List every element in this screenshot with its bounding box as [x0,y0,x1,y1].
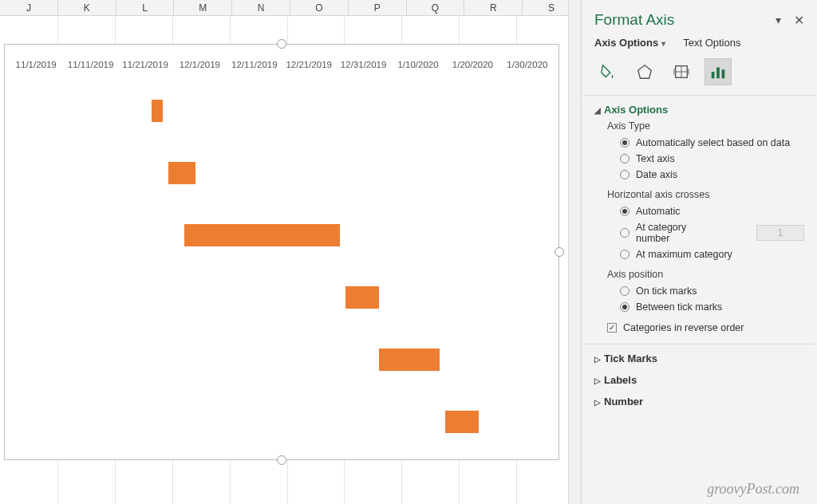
radio-icon [620,302,630,312]
fill-line-icon[interactable] [594,58,622,85]
tab-text-options[interactable]: Text Options [683,37,740,49]
section-axis-options-label: Axis Options [604,104,668,116]
gantt-bar[interactable] [379,348,440,371]
chart-date-axis: 11/1/201911/11/201911/21/201912/1/201912… [9,60,555,74]
checkbox-reverse-order-label: Categories in reverse order [623,322,744,333]
column-header[interactable]: P [349,0,407,15]
radio-icon [620,154,630,163]
gantt-bar[interactable] [152,100,163,122]
column-header[interactable]: J [0,0,58,15]
reverse-group: Categories in reverse order [582,318,817,339]
section-axis-options[interactable]: ◢Axis Options [582,96,817,117]
date-tick-label: 1/10/2020 [391,60,445,74]
radio-cross-at-category[interactable]: At category number1 [620,219,804,246]
column-header[interactable]: N [232,0,290,15]
gantt-bar[interactable] [184,224,340,246]
axis-type-label: Axis Type [582,117,817,133]
checkbox-reverse-order[interactable]: Categories in reverse order [607,320,804,336]
date-tick-label: 11/21/2019 [118,60,172,74]
resize-handle-e[interactable] [555,247,564,257]
triangle-right-icon: ▷ [594,398,602,407]
effects-icon[interactable] [631,58,658,85]
date-tick-label: 11/1/2019 [9,60,63,74]
radio-cross-at-category-label: At category number [636,222,716,244]
size-properties-icon[interactable] [668,58,695,85]
column-header[interactable]: O [290,0,349,15]
svg-marker-0 [638,65,652,79]
vertical-scrollbar[interactable] [568,0,581,504]
date-tick-label: 12/31/2019 [336,60,390,74]
gantt-bar[interactable] [168,162,196,184]
axis-options-icon[interactable] [705,58,732,85]
date-tick-label: 1/20/2020 [445,60,499,74]
format-icon-row [582,53,817,95]
svg-rect-6 [722,69,725,78]
at-category-number-input[interactable]: 1 [756,225,804,241]
date-tick-label: 11/11/2019 [63,60,117,74]
svg-rect-4 [712,72,715,78]
radio-icon [620,170,630,179]
section-tick-marks-label: Tick Marks [604,352,657,364]
radio-icon [620,207,630,216]
date-tick-label: 12/1/2019 [172,60,227,74]
pane-tabs: Axis Options▾ Text Options [582,37,817,53]
h-crosses-group: Automatic At category number1 At maximum… [582,202,817,266]
radio-cross-automatic-label: Automatic [636,206,681,217]
column-header[interactable]: R [464,0,523,15]
axis-position-label: Axis position [582,266,817,282]
section-labels[interactable]: ▷Labels [582,366,817,388]
gantt-bar[interactable] [445,411,479,433]
resize-handle-n[interactable] [277,39,286,49]
column-header[interactable]: Q [407,0,465,15]
section-number[interactable]: ▷Number [582,388,817,409]
checkbox-icon [607,323,617,333]
radio-axis-text-label: Text axis [636,153,675,164]
column-header[interactable]: L [116,0,175,15]
close-icon[interactable]: ✕ [791,13,806,28]
radio-icon [620,228,630,238]
radio-pos-between-tick[interactable]: Between tick marks [620,299,804,315]
column-headers: JKLMNOPQRS [0,0,581,16]
tab-axis-options-label: Axis Options [594,37,658,49]
radio-cross-automatic[interactable]: Automatic [620,203,804,219]
section-labels-label: Labels [604,374,637,386]
radio-axis-auto[interactable]: Automatically select based on data [620,135,804,151]
date-tick-label: 1/30/2020 [500,60,555,74]
triangle-right-icon: ▷ [594,355,602,364]
chevron-down-icon: ▾ [661,39,665,48]
spreadsheet-area: JKLMNOPQRS 11/1/201911/11/201911/21/2019… [0,0,581,504]
pane-dropdown-icon[interactable]: ▾ [771,14,785,26]
radio-axis-auto-label: Automatically select based on data [636,137,790,148]
svg-rect-5 [716,68,720,79]
resize-handle-s[interactable] [277,455,286,465]
radio-cross-at-max[interactable]: At maximum category [620,246,804,262]
section-number-label: Number [604,396,643,408]
date-tick-label: 12/21/2019 [282,60,336,74]
radio-icon [620,138,630,148]
tab-axis-options[interactable]: Axis Options▾ [594,37,665,49]
section-tick-marks[interactable]: ▷Tick Marks [582,345,817,366]
column-header[interactable]: M [174,0,232,15]
format-axis-pane: Format Axis ▾ ✕ Axis Options▾ Text Optio… [581,0,817,504]
h-crosses-label: Horizontal axis crosses [582,186,817,202]
radio-axis-date[interactable]: Date axis [620,167,804,183]
column-header[interactable]: K [58,0,116,15]
axis-type-group: Automatically select based on data Text … [582,133,817,186]
radio-pos-between-tick-label: Between tick marks [636,301,722,313]
date-tick-label: 12/11/2019 [227,60,282,74]
axis-position-group: On tick marks Between tick marks [582,282,817,318]
radio-pos-on-tick-label: On tick marks [636,285,697,297]
triangle-right-icon: ▷ [594,376,602,385]
chart-container[interactable]: 11/1/201911/11/201911/21/201912/1/201912… [4,44,559,460]
triangle-down-icon: ◢ [594,106,602,115]
radio-cross-at-max-label: At maximum category [636,249,732,260]
radio-axis-text[interactable]: Text axis [620,151,804,167]
gantt-bar[interactable] [345,286,379,309]
radio-axis-date-label: Date axis [636,169,677,180]
pane-title: Format Axis [594,11,764,29]
radio-pos-on-tick[interactable]: On tick marks [620,283,804,299]
chart-plot-area [24,81,551,451]
radio-icon [620,286,630,296]
radio-icon [620,250,630,259]
